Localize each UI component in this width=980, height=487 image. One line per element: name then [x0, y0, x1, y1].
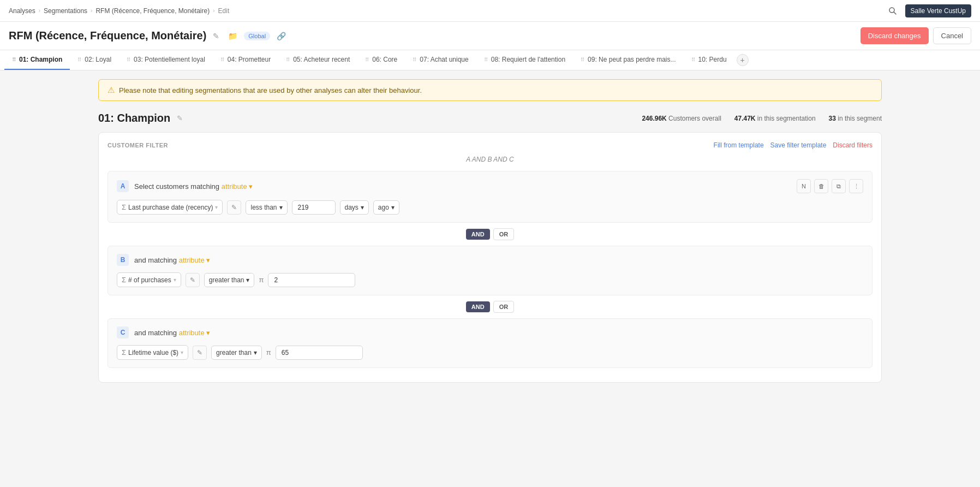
breadcrumb-current: Edit [218, 7, 230, 15]
breadcrumb-rfm[interactable]: RFM (Récence, Fréquence, Monétaire) [95, 7, 210, 15]
drag-handle-icon: ⠿ [484, 57, 488, 63]
filter-card-header: CUSTOMER FILTER Fill from template Save … [107, 141, 873, 149]
breadcrumb: Analyses › Segmentations › RFM (Récence,… [9, 7, 229, 15]
unit-label-a: days [345, 204, 358, 211]
operator-label-a: less than [250, 204, 277, 211]
group-a-more-button[interactable]: ⋮ [849, 179, 863, 193]
tab-06-core[interactable]: ⠿ 06: Core [357, 50, 405, 70]
and-button-ab[interactable]: AND [466, 229, 490, 240]
unit-select-a[interactable]: days ▾ [340, 200, 369, 215]
tab-05-acheteur[interactable]: ⠿ 05: Acheteur recent [278, 50, 357, 70]
operator-select-b[interactable]: greater than ▾ [204, 273, 255, 287]
drag-handle-icon: ⠿ [413, 57, 416, 63]
global-badge: Global [244, 32, 270, 40]
filter-row-b: Σ # of purchases ▾ ✎ greater than ▾ π [117, 272, 863, 287]
connector-bc: AND OR [107, 301, 873, 313]
group-b-title: and matching attribute ▾ [134, 256, 210, 264]
suffix-select-a[interactable]: ago ▾ [373, 200, 399, 215]
operator-label-c: greater than [216, 349, 252, 357]
sigma-icon-a: Σ [122, 203, 126, 211]
edit-attribute-c-button[interactable]: ✎ [193, 346, 207, 360]
attribute-select-b[interactable]: Σ # of purchases ▾ [117, 272, 181, 287]
breadcrumb-segmentations[interactable]: Segmentations [44, 7, 87, 15]
value-input-a[interactable] [292, 200, 336, 215]
tab-10-perdu[interactable]: ⠿ 10: Perdu [684, 50, 734, 70]
edit-attribute-b-button[interactable]: ✎ [186, 273, 200, 287]
edit-segment-title-button[interactable]: ✎ [175, 113, 185, 123]
segment-title-area: 01: Champion ✎ [98, 112, 185, 124]
top-bar: Analyses › Segmentations › RFM (Récence,… [0, 0, 980, 22]
group-c-title: and matching attribute ▾ [134, 329, 210, 337]
link-icon-button[interactable]: 🔗 [274, 31, 288, 41]
cancel-button[interactable]: Cancel [933, 27, 971, 44]
breadcrumb-sep-2: › [91, 8, 92, 14]
group-c-attr-link[interactable]: attribute ▾ [179, 329, 211, 337]
attribute-label-b: # of purchases [128, 276, 171, 284]
stat-total: 246.96K Customers overall [642, 115, 721, 122]
and-button-bc[interactable]: AND [466, 301, 490, 312]
discard-changes-button[interactable]: Discard changes [861, 27, 929, 44]
segment-header: 01: Champion ✎ 246.96K Customers overall… [98, 112, 882, 124]
svg-line-1 [894, 12, 896, 14]
group-a-attr-link[interactable]: attribute ▾ [222, 182, 253, 191]
filter-actions: Fill from template Save filter template … [714, 141, 873, 149]
value-input-b[interactable] [268, 273, 355, 287]
page-title: RFM (Récence, Fréquence, Monétaire) [9, 29, 206, 42]
chevron-icon-b: ▾ [174, 277, 176, 283]
filter-group-b: B and matching attribute ▾ Σ # of purcha… [107, 246, 873, 295]
or-button-ab[interactable]: OR [493, 228, 515, 240]
tab-03-potentiellement[interactable]: ⠿ 03: Potentiellement loyal [119, 50, 213, 70]
logic-display: A AND B AND C [107, 156, 873, 163]
warning-text: Please note that editing segmentations t… [119, 86, 422, 94]
drag-handle-icon: ⠿ [286, 57, 290, 63]
or-button-bc[interactable]: OR [493, 301, 515, 313]
tab-label: 09: Ne peut pas perdre mais... [588, 56, 676, 63]
tab-label: 03: Potentiellement loyal [134, 56, 205, 63]
tab-08-requiert[interactable]: ⠿ 08: Requiert de l'attention [476, 50, 573, 70]
filter-card-label: CUSTOMER FILTER [107, 142, 168, 149]
group-a-controls: N 🗑 ⧉ ⋮ [797, 179, 863, 193]
tab-07-achat-unique[interactable]: ⠿ 07: Achat unique [405, 50, 476, 70]
drag-handle-icon: ⠿ [77, 57, 81, 63]
tab-04-prometteur[interactable]: ⠿ 04: Prometteur [213, 50, 278, 70]
group-letter-b: B [117, 254, 129, 266]
edit-title-button[interactable]: ✎ [211, 31, 222, 41]
tab-label: 02: Loyal [85, 56, 111, 63]
attribute-select-c[interactable]: Σ Lifetime value ($) ▾ [117, 345, 188, 360]
filter-group-a-header: A Select customers matching attribute ▾ … [117, 179, 863, 193]
pi-icon-b: π [259, 276, 264, 284]
group-letter-a: A [117, 180, 129, 192]
value-input-c[interactable] [276, 346, 363, 360]
tab-label: 05: Acheteur recent [293, 56, 350, 63]
group-letter-c: C [117, 326, 129, 338]
operator-select-a[interactable]: less than ▾ [246, 200, 287, 215]
search-icon[interactable] [885, 3, 901, 19]
group-a-delete-button[interactable]: 🗑 [814, 179, 828, 193]
save-filter-template-button[interactable]: Save filter template [770, 141, 827, 149]
operator-select-c[interactable]: greater than ▾ [211, 346, 262, 360]
group-b-attr-link[interactable]: attribute ▾ [179, 256, 211, 264]
sigma-icon-c: Σ [122, 348, 126, 357]
folder-icon-button[interactable]: 📁 [226, 31, 240, 41]
tab-label: 08: Requiert de l'attention [491, 56, 565, 63]
drag-handle-icon: ⠿ [12, 57, 16, 63]
attribute-select-a[interactable]: Σ Last purchase date (recency) ▾ [117, 200, 223, 215]
edit-attribute-a-button[interactable]: ✎ [227, 200, 241, 215]
tab-02-loyal[interactable]: ⠿ 02: Loyal [70, 50, 119, 70]
drag-handle-icon: ⠿ [691, 57, 695, 63]
breadcrumb-analyses[interactable]: Analyses [9, 7, 35, 15]
group-a-notes-button[interactable]: N [797, 179, 811, 193]
warning-icon: ⚠ [107, 85, 115, 95]
tabs-row: ⠿ 01: Champion ⠿ 02: Loyal ⠿ 03: Potenti… [0, 50, 980, 70]
group-a-copy-button[interactable]: ⧉ [832, 179, 846, 193]
connector-ab: AND OR [107, 228, 873, 240]
tab-09-ne-peut[interactable]: ⠿ 09: Ne peut pas perdre mais... [573, 50, 683, 70]
filter-card: CUSTOMER FILTER Fill from template Save … [98, 132, 882, 383]
tab-01-champion[interactable]: ⠿ 01: Champion [4, 50, 70, 70]
segment-stats: 246.96K Customers overall 47.47K in this… [642, 115, 882, 122]
fill-from-template-button[interactable]: Fill from template [714, 141, 764, 149]
suffix-label-a: ago [378, 204, 389, 211]
pi-icon-c: π [266, 348, 271, 357]
discard-filters-button[interactable]: Discard filters [833, 141, 873, 149]
add-tab-button[interactable]: + [737, 54, 749, 66]
